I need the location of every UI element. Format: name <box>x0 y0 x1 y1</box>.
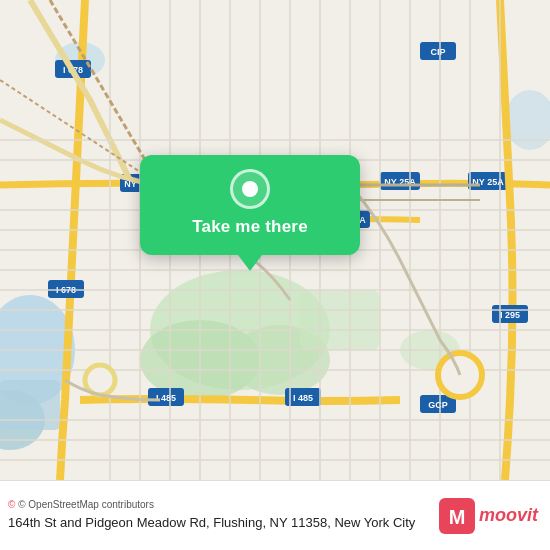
svg-text:I 485: I 485 <box>156 393 176 403</box>
svg-text:I 295: I 295 <box>500 310 520 320</box>
tooltip-label: Take me there <box>192 217 308 237</box>
bottom-bar: © © OpenStreetMap contributors 164th St … <box>0 480 550 550</box>
moovit-logo: M moovit <box>439 498 538 534</box>
take-me-there-button[interactable]: Take me there <box>140 155 360 255</box>
moovit-text: moovit <box>479 505 538 526</box>
svg-text:I 485: I 485 <box>293 393 313 403</box>
address-text: 164th St and Pidgeon Meadow Rd, Flushing… <box>8 514 439 532</box>
svg-text:M: M <box>449 506 466 528</box>
address-section: © © OpenStreetMap contributors 164th St … <box>8 499 439 532</box>
svg-rect-4 <box>300 290 380 350</box>
moovit-icon: M <box>439 498 475 534</box>
svg-rect-8 <box>0 380 60 430</box>
location-pin-icon <box>230 169 270 209</box>
map-container: I 678 I 678 NY 25A NY 25A NY 25A NY 25A … <box>0 0 550 480</box>
osm-attribution: © © OpenStreetMap contributors <box>8 499 439 510</box>
svg-text:GCP: GCP <box>428 400 448 410</box>
svg-text:CIP: CIP <box>430 47 445 57</box>
